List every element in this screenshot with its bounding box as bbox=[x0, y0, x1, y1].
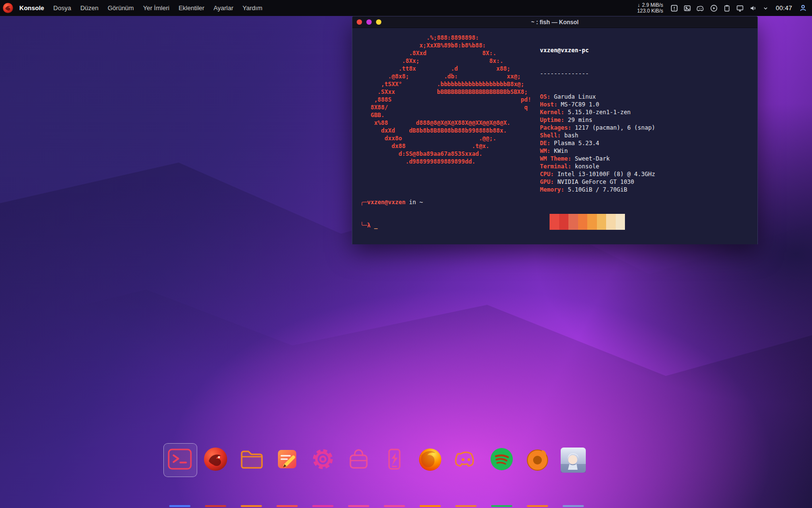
net-up-speed: 123.0 KiB/s bbox=[637, 8, 663, 14]
maximize-button[interactable] bbox=[366, 19, 372, 25]
running-indicator bbox=[276, 505, 298, 507]
menu-konsole[interactable]: Konsole bbox=[19, 4, 44, 12]
palette-swatch bbox=[550, 214, 559, 230]
network-speed-widget[interactable]: ↓2.9 MiB/s 123.0 KiB/s bbox=[637, 2, 663, 14]
menu-gorunum[interactable]: Görünüm bbox=[108, 4, 134, 12]
running-indicator bbox=[348, 505, 369, 507]
dock-item-konsole[interactable] bbox=[166, 444, 193, 508]
ascii-art: .%;888:8898898: x;XxXB%89b8:b8%b88: .8Xx… bbox=[360, 34, 531, 165]
dock-item-firefox[interactable] bbox=[417, 444, 444, 508]
user-icon[interactable] bbox=[799, 4, 807, 12]
spotify-icon bbox=[488, 446, 515, 473]
running-indicator bbox=[241, 505, 262, 507]
neofetch-output: vxzen@vxzen-pc -------------- OS: Garuda… bbox=[540, 31, 655, 244]
download-arrow-icon: ↓ bbox=[638, 2, 640, 8]
menu-duzen[interactable]: Düzen bbox=[80, 4, 99, 12]
neofetch-entry: CPU: Intel i3-10100F (8) @ 4.3GHz bbox=[540, 170, 655, 178]
neofetch-entry: WM: KWin bbox=[540, 147, 655, 155]
neofetch-entry: DE: Plasma 5.23.4 bbox=[540, 139, 655, 147]
palette-swatch bbox=[568, 214, 578, 230]
volume-icon[interactable] bbox=[749, 4, 757, 12]
neofetch-entry: Kernel: 5.15.10-zen1-1-zen bbox=[540, 108, 655, 116]
dock-item-toolbox[interactable] bbox=[345, 444, 372, 508]
palette-swatch bbox=[597, 214, 607, 230]
running-indicator bbox=[420, 505, 441, 507]
neofetch-entry: Host: MS-7C89 1.0 bbox=[540, 101, 655, 108]
gear-icon bbox=[309, 446, 336, 473]
palette-swatch bbox=[578, 214, 588, 230]
neofetch-separator: -------------- bbox=[540, 70, 655, 77]
neofetch-entry: Uptime: 29 mins bbox=[540, 116, 655, 124]
dock-item-orange-app[interactable] bbox=[524, 444, 551, 508]
terminal-area[interactable]: .%;888:8898898: x;XxXB%89b8:b8%b88: .8Xx… bbox=[352, 28, 757, 244]
running-indicator bbox=[491, 505, 512, 507]
neofetch-title: vxzen@vxzen-pc bbox=[540, 46, 655, 54]
tray-expand-chevron-icon[interactable] bbox=[762, 5, 769, 12]
prompt-user: vxzen@vxzen bbox=[367, 199, 405, 206]
window-titlebar[interactable]: ~ : fish — Konsol bbox=[352, 16, 757, 28]
dock-item-profile-avatar[interactable] bbox=[560, 444, 587, 508]
running-indicator bbox=[563, 505, 584, 507]
close-button[interactable] bbox=[357, 19, 362, 25]
system-tray: ↓2.9 MiB/s 123.0 KiB/s bbox=[637, 2, 812, 14]
dock-item-file-manager[interactable] bbox=[238, 444, 265, 508]
dock-item-system-settings[interactable] bbox=[309, 444, 336, 508]
text-cursor: _ bbox=[374, 222, 377, 229]
minimize-button[interactable] bbox=[376, 19, 381, 25]
garuda-logo-icon[interactable] bbox=[2, 2, 14, 14]
dock-item-text-editor[interactable] bbox=[274, 444, 301, 508]
running-indicator bbox=[169, 505, 190, 507]
firefox-icon bbox=[417, 446, 444, 473]
garuda-icon bbox=[202, 446, 229, 473]
top-panel: Konsole Dosya Düzen Görünüm Yer İmleri E… bbox=[0, 0, 812, 16]
neofetch-entry: GPU: NVIDIA GeForce GT 1030 bbox=[540, 178, 655, 186]
discord-tray-icon[interactable] bbox=[696, 4, 705, 12]
window-title: ~ : fish — Konsol bbox=[352, 19, 757, 26]
dock-item-spotify[interactable] bbox=[488, 444, 515, 508]
menu-dosya[interactable]: Dosya bbox=[53, 4, 71, 12]
palette-swatch bbox=[559, 214, 569, 230]
konsole-window: ~ : fish — Konsol .%;888:8898898: x;XxXB… bbox=[352, 16, 758, 244]
menubar: Konsole Dosya Düzen Görünüm Yer İmleri E… bbox=[19, 4, 262, 12]
color-palette bbox=[550, 214, 655, 230]
display-icon[interactable] bbox=[736, 4, 744, 12]
running-indicator bbox=[205, 505, 226, 507]
prompt-line-1: ╭─vxzen@vxzen in ~ bbox=[360, 198, 423, 206]
dock-item-kde-connect[interactable] bbox=[381, 444, 408, 508]
konsole-icon bbox=[166, 446, 193, 473]
running-indicator bbox=[455, 505, 477, 507]
menu-eklentiler[interactable]: Eklentiler bbox=[178, 4, 204, 12]
palette-swatch bbox=[606, 214, 616, 230]
prompt-line-2: ╰─λ _ bbox=[360, 222, 423, 229]
shell-prompt: ╭─vxzen@vxzen in ~ ╰─λ _ bbox=[360, 183, 423, 244]
discord-icon bbox=[452, 446, 479, 473]
clipboard-icon[interactable] bbox=[723, 4, 731, 12]
avatar bbox=[561, 448, 586, 473]
folder-icon bbox=[238, 446, 265, 473]
neofetch-entry: Shell: bash bbox=[540, 132, 655, 139]
palette-swatch bbox=[587, 214, 597, 230]
neofetch-entry: WM Theme: Sweet-Dark bbox=[540, 155, 655, 163]
neofetch-entries: OS: Garuda LinuxHost: MS-7C89 1.0Kernel:… bbox=[540, 93, 655, 194]
orange-app-icon bbox=[524, 446, 551, 473]
screenshot-icon[interactable] bbox=[683, 4, 691, 12]
running-indicator bbox=[527, 505, 548, 507]
clock[interactable]: 00:47 bbox=[776, 4, 792, 12]
menu-yer-imleri[interactable]: Yer İmleri bbox=[143, 4, 169, 12]
bag-icon bbox=[345, 446, 372, 473]
notifications-icon[interactable] bbox=[670, 4, 678, 12]
menu-yardim[interactable]: Yardım bbox=[243, 4, 262, 12]
dock bbox=[166, 444, 587, 508]
palette-swatch bbox=[616, 214, 625, 230]
neofetch-entry: Memory: 5.10GiB / 7.70GiB bbox=[540, 186, 655, 194]
dock-item-discord[interactable] bbox=[452, 444, 479, 508]
net-down-speed: 2.9 MiB/s bbox=[642, 2, 663, 8]
running-indicator bbox=[384, 505, 405, 507]
phone-icon bbox=[381, 446, 408, 473]
neofetch-entry: Packages: 1217 (pacman), 6 (snap) bbox=[540, 124, 655, 132]
running-indicator bbox=[312, 505, 334, 507]
notes-icon bbox=[274, 446, 301, 473]
media-play-icon[interactable] bbox=[710, 4, 718, 12]
menu-ayarlar[interactable]: Ayarlar bbox=[214, 4, 233, 12]
dock-item-garuda[interactable] bbox=[202, 444, 229, 508]
